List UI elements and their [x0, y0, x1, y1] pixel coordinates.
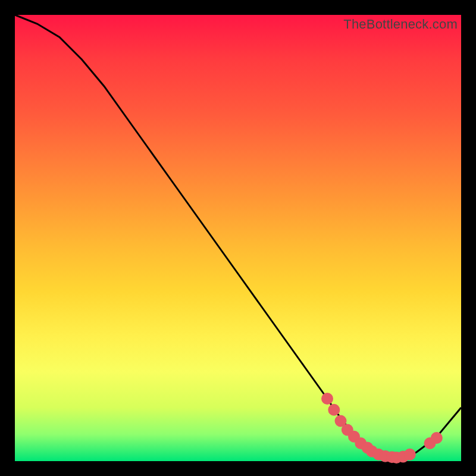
marker-group [321, 393, 443, 464]
watermark-text: TheBottleneck.com [343, 17, 458, 32]
plot-area: TheBottleneck.com [15, 15, 461, 461]
data-marker [404, 449, 416, 461]
data-marker [328, 404, 340, 416]
chart-frame: TheBottleneck.com [0, 0, 476, 476]
data-marker [431, 432, 443, 444]
curve-layer [15, 15, 461, 461]
data-marker [321, 393, 333, 405]
bottleneck-curve [15, 15, 461, 459]
